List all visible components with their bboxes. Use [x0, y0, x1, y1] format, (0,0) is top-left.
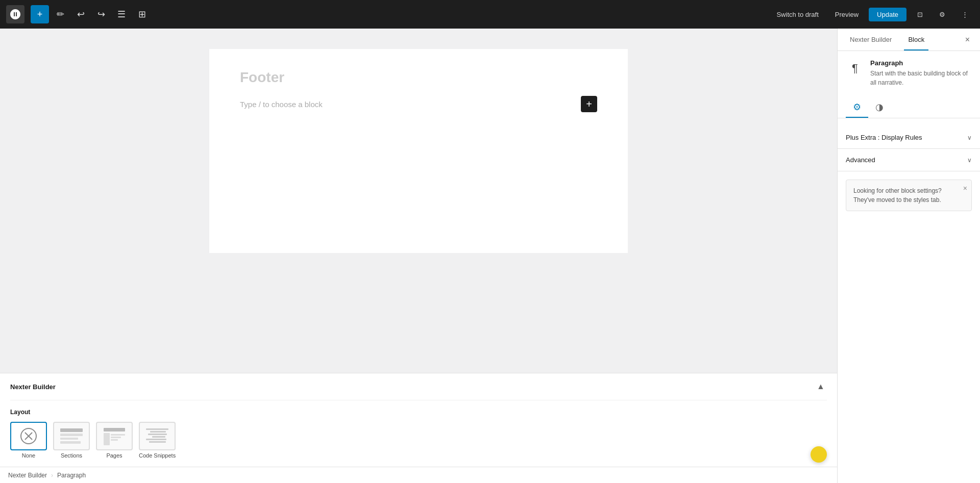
preview-button[interactable]: Preview [829, 8, 865, 21]
sidebar-styles-tab[interactable]: ◑ [868, 97, 891, 118]
layout-option-pages[interactable]: Pages [96, 422, 133, 459]
layout-options: None Sections [10, 422, 827, 459]
editor-canvas: Footer Type / to choose a block + [209, 49, 628, 253]
page-title[interactable]: Footer [240, 69, 597, 86]
add-block-inline-button[interactable]: + [581, 96, 597, 112]
layout-pages-label: Pages [106, 452, 122, 459]
sidebar-icon-tabs: ⚙ ◑ [838, 97, 980, 118]
layout-icon-sections [53, 422, 90, 450]
sidebar-content: ¶ Paragraph Start with the basic buildin… [838, 51, 980, 483]
undo-button[interactable]: ↩ [71, 5, 90, 23]
editor-area: Footer Type / to choose a block + [0, 29, 837, 373]
accordion-advanced: Advanced ∨ [838, 149, 980, 171]
switch-to-draft-button[interactable]: Switch to draft [770, 8, 824, 21]
sidebar-close-button[interactable]: × [963, 29, 972, 50]
wordpress-logo [6, 5, 24, 23]
notice-text: Looking for other block settings? They'v… [853, 187, 942, 204]
block-info: ¶ Paragraph Start with the basic buildin… [846, 59, 972, 87]
toolbar-left: + ✏ ↩ ↪ ☰ ⊞ [6, 5, 151, 23]
copy-button[interactable]: ⊞ [133, 5, 151, 23]
layout-section: Layout None [10, 400, 827, 467]
right-sidebar: Nexter Builder Block × ¶ Paragraph Start… [837, 29, 980, 483]
layout-icon-pages [96, 422, 133, 450]
top-toolbar: + ✏ ↩ ↪ ☰ ⊞ Switch to draft Preview Upda… [0, 0, 980, 29]
layout-option-code-snippets[interactable]: Code Snippets [139, 422, 176, 459]
main-area: Footer Type / to choose a block + Nexter… [0, 29, 980, 483]
layout-label: Layout [10, 409, 827, 416]
block-placeholder: Type / to choose a block + [240, 96, 597, 112]
chevron-down-icon: ∨ [967, 134, 972, 141]
tools-button[interactable]: ✏ [51, 5, 69, 23]
sidebar-tabs: Nexter Builder Block × [838, 29, 980, 51]
tab-block[interactable]: Block [904, 29, 928, 50]
tools-menu-button[interactable]: ⚙ [933, 5, 951, 23]
redo-button[interactable]: ↪ [92, 5, 110, 23]
accordion-display-rules-header[interactable]: Plus Extra : Display Rules ∨ [838, 126, 980, 148]
toolbar-right: Switch to draft Preview Update ⊡ ⚙ ⋮ [770, 5, 974, 23]
status-bar: Nexter Builder › Paragraph [0, 467, 837, 483]
update-button[interactable]: Update [869, 8, 906, 21]
status-bar-left[interactable]: Nexter Builder [8, 472, 47, 479]
status-bar-right[interactable]: Paragraph [57, 472, 86, 479]
bottom-panel: Nexter Builder ▲ Layout None [0, 373, 837, 467]
layout-code-snippets-label: Code Snippets [139, 452, 176, 459]
paragraph-icon: ¶ [846, 59, 864, 78]
list-view-button[interactable]: ☰ [112, 5, 131, 23]
block-description: Start with the basic building block of a… [870, 69, 972, 87]
accordion-advanced-label: Advanced [846, 156, 875, 164]
placeholder-text: Type / to choose a block [240, 100, 323, 109]
accordion-display-rules-label: Plus Extra : Display Rules [846, 134, 922, 141]
notice-box: Looking for other block settings? They'v… [846, 180, 972, 211]
block-name: Paragraph [870, 59, 972, 67]
accordion-display-rules: Plus Extra : Display Rules ∨ [838, 126, 980, 149]
help-button[interactable] [811, 446, 827, 463]
tab-nexter-builder[interactable]: Nexter Builder [846, 29, 896, 50]
status-bar-separator: › [51, 472, 53, 479]
layout-sections-label: Sections [61, 452, 82, 459]
notice-close-button[interactable]: × [963, 184, 967, 192]
layout-icon-code-snippets [139, 422, 176, 450]
settings-toggle-button[interactable]: ⊡ [911, 5, 929, 23]
chevron-down-icon-advanced: ∨ [967, 157, 972, 164]
sidebar-settings-tab[interactable]: ⚙ [846, 97, 868, 118]
bottom-panel-collapse-button[interactable]: ▲ [815, 380, 827, 393]
bottom-panel-header: Nexter Builder ▲ [10, 373, 827, 400]
more-options-button[interactable]: ⋮ [955, 5, 974, 23]
block-info-text: Paragraph Start with the basic building … [870, 59, 972, 87]
layout-option-none[interactable]: None [10, 422, 47, 459]
accordion-advanced-header[interactable]: Advanced ∨ [838, 149, 980, 171]
layout-none-label: None [22, 452, 35, 459]
add-block-toolbar-button[interactable]: + [31, 5, 49, 23]
layout-option-sections[interactable]: Sections [53, 422, 90, 459]
layout-icon-none [10, 422, 47, 450]
bottom-panel-title: Nexter Builder [10, 383, 56, 391]
